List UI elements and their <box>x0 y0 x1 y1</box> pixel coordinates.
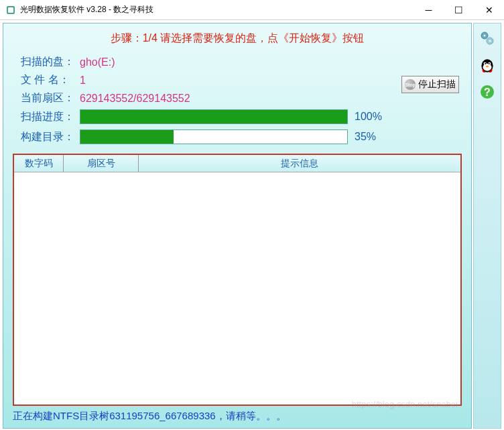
window-controls: ─ ☐ ✕ <box>414 0 504 19</box>
settings-icon[interactable] <box>478 29 497 48</box>
svg-point-10 <box>485 63 486 64</box>
minimize-button[interactable]: ─ <box>414 0 444 19</box>
close-button[interactable]: ✕ <box>474 0 504 19</box>
svg-point-4 <box>484 35 486 37</box>
stop-button-label: 停止扫描 <box>418 78 456 91</box>
filename-row: 文 件 名： 1 <box>21 73 462 87</box>
svg-text:?: ? <box>484 87 491 98</box>
svg-point-11 <box>489 63 490 64</box>
table-body <box>14 172 460 405</box>
build-progress-label: 构建目录： <box>21 130 80 144</box>
scan-progress-label: 扫描进度： <box>21 110 80 124</box>
disk-label: 扫描的盘： <box>21 55 80 69</box>
col-sector[interactable]: 扇区号 <box>64 155 139 172</box>
disk-row: 扫描的盘： gho(E:) <box>21 55 462 69</box>
table-header: 数字码 扇区号 提示信息 <box>14 155 460 172</box>
stop-scan-button[interactable]: Stop 停止扫描 <box>401 76 459 93</box>
filename-label: 文 件 名： <box>21 73 80 87</box>
titlebar: 光明数据恢复软件 v3.28 - 数之寻科技 ─ ☐ ✕ <box>0 0 504 20</box>
build-progress-fill <box>80 130 174 144</box>
sidebar: ? <box>473 23 501 429</box>
disk-value: gho(E:) <box>80 56 115 68</box>
sector-label: 当前扇区： <box>21 91 80 105</box>
build-progress-bar <box>80 129 348 144</box>
status-text: 正在构建NTFS目录树631195756_667689336，请稍等。。。 <box>13 410 462 423</box>
filename-value: 1 <box>80 74 86 87</box>
sector-value: 629143552/629143552 <box>80 93 190 105</box>
build-progress-pct: 35% <box>355 131 384 143</box>
main-panel: 步骤：1/4 请选择需要恢复的盘，点《开始恢复》按钮 扫描的盘： gho(E:)… <box>3 23 472 429</box>
svg-point-5 <box>489 40 491 42</box>
scan-progress-fill <box>80 110 347 123</box>
build-progress-row: 构建目录： 35% <box>21 129 462 144</box>
scan-progress-row: 扫描进度： 100% <box>21 109 462 124</box>
help-icon[interactable]: ? <box>478 83 497 101</box>
step-instruction: 步骤：1/4 请选择需要恢复的盘，点《开始恢复》按钮 <box>13 32 462 46</box>
col-code[interactable]: 数字码 <box>14 155 64 172</box>
result-table: 数字码 扇区号 提示信息 <box>13 154 462 406</box>
maximize-button[interactable]: ☐ <box>444 0 474 19</box>
stop-icon: Stop <box>405 79 416 90</box>
qq-icon[interactable] <box>478 56 497 74</box>
sector-row: 当前扇区： 629143552/629143552 <box>21 91 462 105</box>
col-message[interactable]: 提示信息 <box>139 155 460 172</box>
scan-progress-bar <box>80 109 348 124</box>
app-icon <box>5 5 16 15</box>
window-title: 光明数据恢复软件 v3.28 - 数之寻科技 <box>20 4 414 15</box>
svg-point-12 <box>486 66 489 67</box>
svg-rect-1 <box>8 7 13 13</box>
scan-progress-pct: 100% <box>355 111 384 123</box>
